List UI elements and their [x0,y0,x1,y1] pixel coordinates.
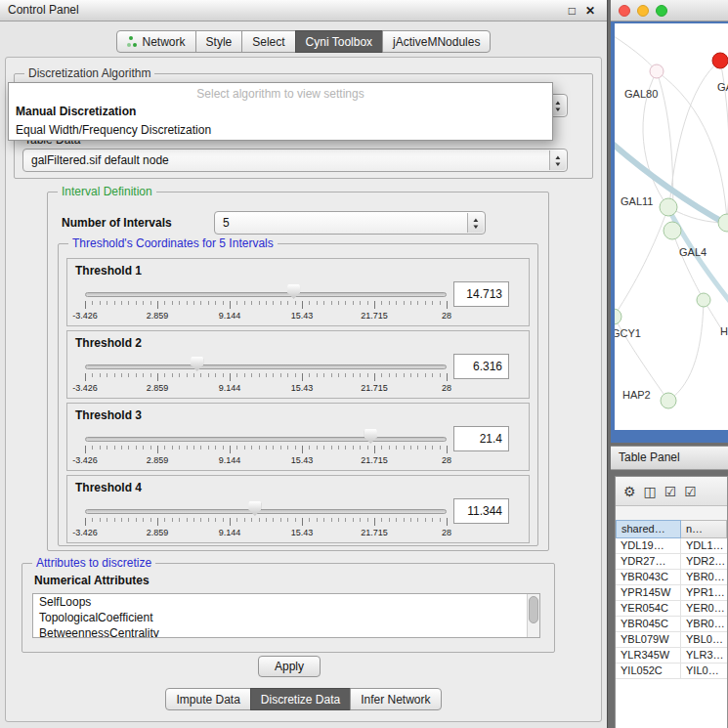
threshold-value-field[interactable]: 14.713 [453,281,509,307]
slider-tick-label: 28 [442,383,451,393]
minimize-window-icon[interactable] [637,5,649,17]
cell-shared-name: YBR045C [616,617,681,631]
table-data-combobox[interactable]: galFiltered.sif default node ▲▼ [22,149,568,172]
number-of-intervals-combobox[interactable]: 5 ▲▼ [214,211,486,235]
scrollbar[interactable] [527,594,539,637]
slider-tick-label: 9.144 [219,311,241,321]
close-window-icon[interactable] [619,5,630,17]
slider-tick-label: -3.426 [72,455,98,465]
table-row[interactable]: YBL079WYBL0… [616,632,727,648]
tab-infer-network[interactable]: Infer Network [350,688,441,710]
tab-network[interactable]: Network [116,30,196,53]
threshold-slider[interactable]: -3.4262.8599.14415.4321.71528 [85,404,447,472]
attr-items: SelfLoopsTopologicalCoefficientBetweenne… [33,594,539,638]
cell-shared-name: YIL052C [616,664,681,678]
cell-name: YBR0… [681,570,727,584]
algorithm-option[interactable]: Equal Width/Frequency Discretization [9,121,552,140]
network-node[interactable] [615,309,621,324]
network-node[interactable] [650,64,664,78]
attribute-item[interactable]: TopologicalCoefficient [33,610,539,625]
interval-definition-group-title: Interval Definition [58,185,156,198]
table-panel-titlebar: Table Panel [611,446,728,470]
node-label: H [720,325,728,337]
cell-name: YIL0… [681,664,727,678]
zoom-window-icon[interactable] [656,5,667,17]
attribute-item[interactable]: BetweennessCentrality [33,625,539,638]
network-node[interactable] [660,198,677,216]
network-canvas[interactable]: GAL80GAGAL11GAL4GCY1HHAP2 [615,23,728,430]
slider-tick-label: 28 [442,455,451,465]
tab-discretize-data[interactable]: Discretize Data [250,688,351,710]
columns-icon[interactable]: ◫ [644,485,657,498]
table-row[interactable]: YLR345WYLR3… [616,648,727,664]
threshold-slider[interactable]: -3.4262.8599.14415.4321.71528 [85,476,447,544]
threshold-value-field[interactable]: 6.316 [453,354,509,379]
cell-shared-name: YBL079W [616,632,681,647]
tab-impute-data[interactable]: Impute Data [165,688,250,710]
slider-tick-label: 2.859 [147,455,169,465]
threshold-value-field[interactable]: 11.344 [453,498,509,524]
network-node[interactable] [664,222,681,239]
number-of-intervals-label: Number of Intervals [62,216,172,230]
table-row[interactable]: YDR27…YDR2… [616,554,727,570]
network-node[interactable] [712,53,728,68]
cell-name: YDL1… [681,538,727,553]
slider-major-tick [302,446,303,453]
cell-shared-name: YER054C [616,601,681,616]
attribute-item[interactable]: SelfLoops [33,594,539,610]
network-svg[interactable]: GAL80GAGAL11GAL4GCY1HHAP2 [615,23,728,430]
threshold-slider[interactable]: -3.4262.8599.14415.4321.71528 [85,331,447,400]
checkbox-icon[interactable]: ☑ [664,485,677,498]
slider-major-tick [85,301,86,309]
table-body: YDL19…YDL1…YDR27…YDR2…YBR043CYBR0…YPR145… [616,538,727,728]
node-label: GCY1 [615,327,641,339]
threshold-panel: Threshold 3-3.4262.8599.14415.4321.71528… [66,403,530,471]
node-label: GA [717,81,728,93]
tab-cyni-toolbox[interactable]: Cyni Toolbox [295,30,383,53]
table-row[interactable]: YBR045CYBR0… [616,617,727,632]
slider-major-tick [447,373,448,381]
slider-tick-label: 28 [442,311,451,321]
algorithm-option[interactable]: Manual Discretization [9,103,552,121]
gear-icon[interactable]: ⚙ [623,485,636,498]
thresholds-group-title: Threshold's Coordinates for 5 Intervals [68,236,278,250]
tab-select[interactable]: Select [241,30,295,53]
slider-tick-label: 15.43 [291,311,314,321]
slider-major-tick [157,446,158,453]
numerical-attributes-list[interactable]: SelfLoopsTopologicalCoefficientBetweenne… [32,593,540,638]
close-icon[interactable]: ✕ [585,1,595,21]
tab-jactivemnodules[interactable]: jActiveMNodules [382,30,491,53]
control-panel-title: Control Panel [8,3,79,17]
table-row[interactable]: YDL19…YDL1… [616,538,727,554]
interval-definition-group: Interval Definition Number of Intervals … [47,192,549,551]
network-node[interactable] [661,393,676,408]
network-edge [615,29,657,71]
scrollbar-thumb[interactable] [529,596,538,623]
slider-tick-label: 21.715 [361,455,388,465]
cell-shared-name: YDL19… [616,538,681,553]
column-header-name[interactable]: n… [681,520,727,538]
column-header-shared-name[interactable]: shared… [616,520,681,538]
network-node[interactable] [697,293,710,307]
table-row[interactable]: YIL052CYIL0… [616,664,727,679]
node-label: GAL80 [624,88,658,100]
slider-major-tick [447,301,448,309]
threshold-value-field[interactable]: 21.4 [453,426,509,451]
table-row[interactable]: YER054CYER0… [616,601,727,617]
slider-tick-label: 2.859 [147,311,169,321]
slider-tick-label: 21.715 [361,528,388,537]
apply-button[interactable]: Apply [258,656,321,677]
table-row[interactable]: YPR145WYPR1… [616,585,727,601]
cell-name: YBL0… [681,632,727,647]
slider-major-tick [230,373,231,381]
checkbox-icon[interactable]: ☑ [684,485,697,498]
threshold-slider[interactable]: -3.4262.8599.14415.4321.71528 [85,259,447,327]
cell-shared-name: YDR27… [616,554,681,569]
table-row[interactable]: YBR043CYBR0… [616,570,727,585]
slider-major-tick [157,518,158,526]
network-titlebar[interactable] [611,0,728,21]
tab-style[interactable]: Style [195,30,243,53]
slider-major-tick [157,373,158,381]
network-node[interactable] [718,214,728,232]
float-window-icon[interactable]: □ [569,1,576,21]
